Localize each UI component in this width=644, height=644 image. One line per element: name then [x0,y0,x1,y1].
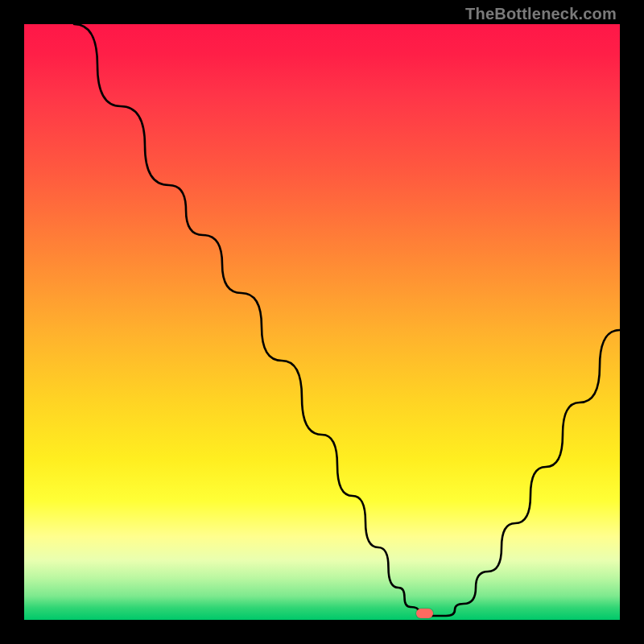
chart-frame: TheBottleneck.com [0,0,644,644]
optimum-marker [416,609,433,618]
bottleneck-curve [24,24,620,620]
watermark-text: TheBottleneck.com [465,5,617,23]
plot-area [24,24,620,620]
